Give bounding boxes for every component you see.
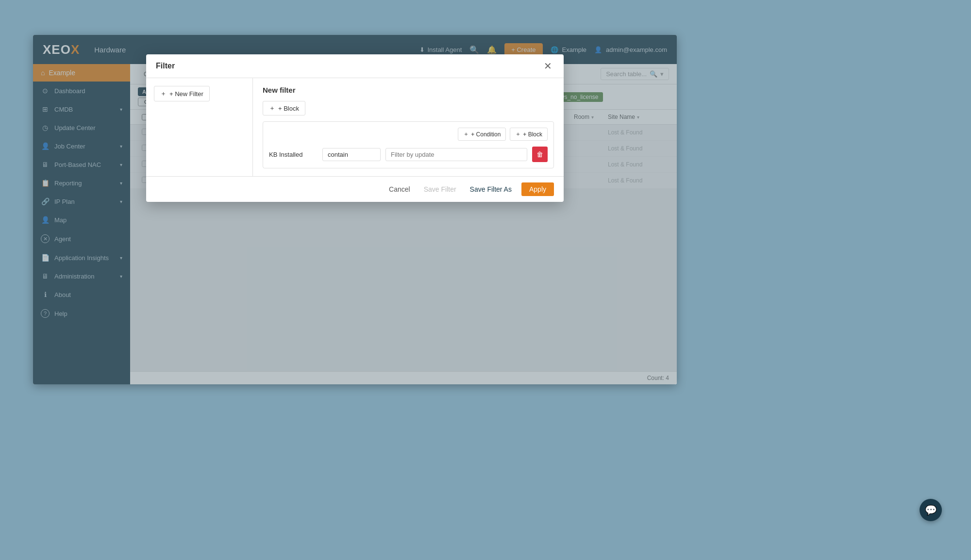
modal-header: Filter ✕ <box>146 64 564 78</box>
filter-value-input[interactable] <box>385 148 527 161</box>
delete-filter-row-button[interactable]: 🗑 <box>532 147 548 162</box>
content-area: ⌂ Example ⊙ Dashboard ⊞ CMDB ▾ ◷ Update … <box>33 64 677 384</box>
modal-footer: Cancel Save Filter Save Filter As Apply <box>146 176 564 202</box>
modal-title: Filter <box>156 64 175 70</box>
add-block-button[interactable]: ＋ + Block <box>263 101 305 115</box>
filter-block: ＋ + Condition ＋ + Block <box>263 121 554 168</box>
save-filter-button: Save Filter <box>420 183 460 196</box>
filter-left-panel: ＋ + New Filter <box>146 78 253 176</box>
main-panel: Create Columns Filter Excel Export Manag… <box>130 64 677 384</box>
filter-row: KB Installed contain equals not contain … <box>269 147 548 162</box>
save-filter-as-button[interactable]: Save Filter As <box>466 183 516 196</box>
plus-icon-new-filter: ＋ <box>160 89 167 98</box>
chat-icon: 💬 <box>925 504 937 516</box>
apply-button[interactable]: Apply <box>521 182 554 196</box>
filter-section-title: New filter <box>263 86 554 94</box>
filter-block-header: ＋ + Condition ＋ + Block <box>269 128 548 141</box>
modal-close-button[interactable]: ✕ <box>542 64 554 71</box>
cancel-button[interactable]: Cancel <box>385 183 414 196</box>
chat-fab-button[interactable]: 💬 <box>920 499 942 521</box>
plus-icon-condition: ＋ <box>463 130 469 138</box>
filter-field: KB Installed <box>269 151 318 158</box>
filter-modal: Filter ✕ ＋ + New Filter <box>146 64 564 202</box>
filter-operator-select[interactable]: contain equals not contain starts with e… <box>322 148 381 161</box>
app-container: XEOX Hardware ⬇ Install Agent 🔍 🔔 + Crea… <box>33 35 677 384</box>
trash-icon: 🗑 <box>536 150 543 158</box>
modal-overlay: Filter ✕ ＋ + New Filter <box>130 64 677 384</box>
block-button[interactable]: ＋ + Block <box>510 128 548 141</box>
plus-icon-block: ＋ <box>269 104 275 113</box>
condition-button[interactable]: ＋ + Condition <box>458 128 506 141</box>
new-filter-button[interactable]: ＋ + New Filter <box>154 86 210 101</box>
plus-icon-block2: ＋ <box>515 130 521 138</box>
modal-body: ＋ + New Filter New filter ＋ + Block <box>146 78 564 176</box>
filter-right-panel: New filter ＋ + Block ＋ + Condi <box>253 78 564 176</box>
